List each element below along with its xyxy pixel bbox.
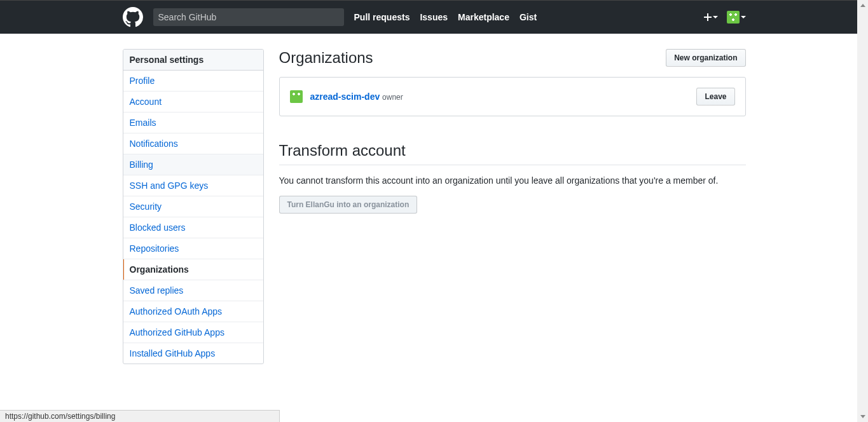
sidebar-item-account[interactable]: Account [123,92,263,112]
sidebar-item-profile[interactable]: Profile [123,71,263,92]
sidebar-item-billing[interactable]: Billing [123,154,263,175]
main-content: Organizations New organization azread-sc… [279,49,746,364]
new-organization-button[interactable]: New organization [666,49,745,67]
header-right [704,11,746,24]
top-header-inner: Pull requests Issues Marketplace Gist [123,1,746,34]
user-menu-dropdown[interactable] [727,11,746,24]
user-avatar-icon [727,11,740,24]
caret-down-icon [741,16,746,18]
caret-down-icon [713,16,718,18]
triangle-up-icon [860,4,865,7]
settings-sidebar: Personal settings Profile Account Emails… [123,49,264,364]
sidebar-item-installed-apps[interactable]: Installed GitHub Apps [123,343,263,364]
transform-description: You cannot transform this account into a… [279,175,746,186]
organization-row: azread-scim-dev owner Leave [279,77,746,116]
sidebar-item-github-apps[interactable]: Authorized GitHub Apps [123,322,263,343]
org-link[interactable]: azread-scim-dev [310,92,380,102]
nav-pulls[interactable]: Pull requests [354,12,410,22]
sidebar-item-repositories[interactable]: Repositories [123,238,263,259]
org-name-wrap: azread-scim-dev owner [310,92,403,102]
leave-org-button[interactable]: Leave [696,88,734,106]
nav-issues[interactable]: Issues [420,12,448,22]
github-logo[interactable] [123,7,143,27]
sidebar-item-organizations[interactable]: Organizations [123,259,263,280]
top-header: Pull requests Issues Marketplace Gist [0,0,868,34]
create-new-dropdown[interactable] [704,12,718,22]
org-role: owner [382,93,403,102]
page-title: Organizations [279,49,373,67]
sidebar-item-emails[interactable]: Emails [123,112,263,133]
org-avatar-icon [290,90,303,103]
menu-heading: Personal settings [123,50,263,71]
transform-account-button: Turn EllanGu into an organization [279,196,418,214]
main-container: Personal settings Profile Account Emails… [123,49,746,364]
sidebar-item-blocked[interactable]: Blocked users [123,217,263,238]
transform-title: Transform account [279,142,746,160]
divider [279,165,746,165]
header-nav: Pull requests Issues Marketplace Gist [354,12,537,22]
sidebar-item-saved-replies[interactable]: Saved replies [123,280,263,301]
sidebar-item-oauth-apps[interactable]: Authorized OAuth Apps [123,301,263,322]
nav-gist[interactable]: Gist [520,12,537,22]
subhead-organizations: Organizations New organization [279,49,746,67]
sidebar-item-notifications[interactable]: Notifications [123,133,263,154]
search-container [153,8,344,26]
nav-marketplace[interactable]: Marketplace [458,12,509,22]
scroll-up-button[interactable] [857,0,868,11]
settings-menu: Personal settings Profile Account Emails… [123,49,264,364]
sidebar-item-ssh-gpg[interactable]: SSH and GPG keys [123,175,263,196]
plus-icon [704,12,712,22]
sidebar-item-security[interactable]: Security [123,196,263,217]
vertical-scrollbar[interactable] [857,0,868,364]
search-input[interactable] [158,12,339,22]
